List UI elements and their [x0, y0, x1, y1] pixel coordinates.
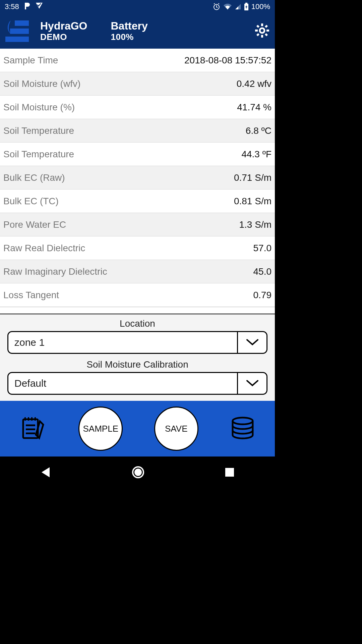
svg-rect-3: [15, 20, 29, 26]
location-value: zone 1: [8, 332, 237, 353]
row-soil-temp-f: Soil Temperature44.3 ºF: [0, 143, 275, 166]
circle-home-icon: [131, 465, 145, 479]
measurement-list: Sample Time2018-08-08 15:57:52 Soil Mois…: [0, 49, 275, 314]
chevron-down-icon: [237, 332, 266, 353]
svg-rect-22: [225, 468, 234, 477]
row-pore-water-ec: Pore Water EC1.3 S/m: [0, 213, 275, 236]
row-peek-next: [0, 307, 275, 314]
svg-line-13: [265, 25, 267, 27]
alarm-icon: [213, 3, 221, 11]
nav-recent-button[interactable]: [224, 467, 235, 479]
selector-panel: Location zone 1 Soil Moisture Calibratio…: [0, 314, 275, 401]
app-logo-icon: [5, 18, 32, 45]
svg-rect-4: [10, 29, 29, 34]
battery-label: Battery: [111, 20, 147, 32]
settings-button[interactable]: [254, 22, 270, 40]
app-name: HydraGO: [40, 20, 87, 32]
notes-button[interactable]: [19, 414, 47, 443]
row-sample-time: Sample Time2018-08-08 15:57:52: [0, 49, 275, 72]
row-bulk-ec-tc: Bulk EC (TC)0.81 S/m: [0, 190, 275, 213]
location-label: Location: [0, 318, 275, 329]
notes-icon: [19, 414, 47, 442]
android-nav-bar: [0, 457, 275, 489]
calibration-value: Default: [8, 373, 237, 394]
svg-rect-2: [245, 3, 247, 4]
svg-point-19: [233, 418, 253, 424]
triangle-back-icon: [40, 466, 52, 479]
chevron-down-icon: [237, 373, 266, 394]
wifi-icon: [223, 3, 232, 10]
app-header: HydraGO DEMO Battery 100%: [0, 14, 275, 49]
row-soil-moisture-wfv: Soil Moisture (wfv)0.42 wfv: [0, 72, 275, 96]
row-raw-real-dielectric: Raw Real Dielectric57.0: [0, 236, 275, 260]
svg-rect-5: [5, 37, 29, 42]
row-soil-moisture-pct: Soil Moisture (%)41.74 %: [0, 96, 275, 119]
row-bulk-ec-raw: Bulk EC (Raw)0.71 S/m: [0, 166, 275, 190]
row-soil-temp-c: Soil Temperature6.8 ºC: [0, 119, 275, 143]
app-sub: DEMO: [40, 32, 87, 42]
svg-line-12: [265, 34, 267, 36]
calibration-label: Soil Moisture Calibration: [0, 359, 275, 370]
nav-back-button[interactable]: [40, 466, 52, 480]
square-recent-icon: [224, 467, 235, 478]
android-status-bar: 3:58 100%: [0, 0, 275, 14]
row-loss-tangent: Loss Tangent0.79: [0, 283, 275, 307]
location-dropdown[interactable]: zone 1: [7, 331, 267, 354]
calibration-dropdown[interactable]: Default: [7, 372, 267, 395]
p-icon: [24, 2, 31, 11]
header-battery-col: Battery 100%: [111, 20, 147, 42]
database-icon: [230, 415, 256, 441]
nav-home-button[interactable]: [131, 465, 145, 481]
sample-button[interactable]: SAMPLE: [78, 407, 123, 451]
cellular-icon: [235, 3, 241, 10]
battery-value: 100%: [111, 32, 147, 42]
action-bar: SAMPLE SAVE: [0, 401, 275, 457]
svg-point-21: [134, 469, 142, 476]
checkmark-shield-icon: [35, 2, 43, 11]
gear-icon: [254, 22, 270, 39]
database-button[interactable]: [230, 415, 256, 442]
svg-line-14: [257, 34, 259, 36]
status-time: 3:58: [5, 2, 19, 11]
svg-line-11: [257, 25, 259, 27]
status-battery-text: 100%: [251, 2, 270, 11]
row-raw-imag-dielectric: Raw Imaginary Dielectric45.0: [0, 260, 275, 283]
header-app-col: HydraGO DEMO: [40, 20, 87, 42]
svg-point-6: [260, 28, 264, 33]
save-button[interactable]: SAVE: [154, 407, 198, 451]
battery-charging-icon: [244, 3, 249, 11]
